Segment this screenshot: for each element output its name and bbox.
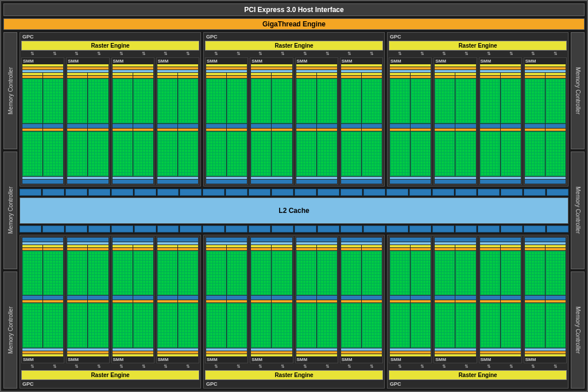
cuda-cores [43,79,63,123]
cuda-cores [341,79,361,123]
gpc-cluster: GPCRaster Engine⇅⇅⇅⇅⇅⇅⇅⇅SMMSMMSMMSMM [203,32,385,187]
smm-label: SMM [525,357,566,362]
cuda-cores [133,79,153,123]
cuda-cores [411,251,431,296]
raster-engine: Raster Engine [389,370,567,380]
l2-strip [20,189,568,196]
smm-block: SMM [479,236,522,364]
l2-segment [318,189,339,196]
smm-row: SMMSMMSMMSMM [21,57,199,185]
cuda-cores [227,131,247,176]
raster-engine: Raster Engine [205,370,383,380]
cuda-cores [67,251,87,296]
smm-block: SMM [250,57,293,185]
arrow-strip: ⇅⇅⇅⇅⇅⇅⇅⇅ [205,52,383,56]
cuda-cores [22,131,42,176]
raster-engine: Raster Engine [21,370,199,380]
cuda-cores [43,251,63,296]
smm-label: SMM [22,357,63,362]
cuda-cores [362,251,382,296]
l2-segment [409,226,431,232]
smm-block: SMM [340,57,383,185]
smm-label: SMM [113,357,153,362]
smm-row: SMMSMMSMMSMM [205,57,383,185]
smm-label: SMM [435,59,475,64]
smm-label: SMM [157,59,198,64]
gpc-label: GPC [205,34,383,40]
l2-segment [20,226,41,232]
arrow-strip: ⇅⇅⇅⇅⇅⇅⇅⇅ [389,364,567,369]
l2-segment [478,189,500,196]
cuda-cores [317,131,337,176]
cuda-cores [178,79,198,123]
smm-block: SMM [295,57,338,185]
cuda-cores [480,79,500,123]
cuda-cores [362,303,382,348]
cuda-cores [362,131,382,176]
cuda-cores [22,251,42,296]
cuda-cores [525,79,545,123]
smm-label: SMM [67,357,108,362]
l2-segment [386,189,408,196]
smm-block: SMM [250,236,293,364]
l2-segment [157,226,179,232]
l2-segment [42,226,64,232]
smm-label: SMM [341,59,382,64]
cuda-cores [296,251,316,296]
cuda-cores [480,131,500,176]
cuda-cores [455,251,475,296]
l2-segment [111,226,133,232]
gpc-row-top: GPCRaster Engine⇅⇅⇅⇅⇅⇅⇅⇅SMMSMMSMMSMMGPCR… [20,32,568,187]
cuda-cores [251,251,271,296]
cuda-cores [390,79,410,123]
smm-label: SMM [525,59,566,64]
l2-segment [226,189,247,196]
cuda-cores [362,79,382,123]
cuda-cores [455,79,475,123]
smm-block: SMM [340,236,383,364]
cuda-cores [206,251,226,296]
l2-segment [363,189,385,196]
smm-label: SMM [206,59,247,64]
l2-segment [547,189,568,196]
l2-segment [249,189,270,196]
l2-segment [20,189,41,196]
smm-block: SMM [205,57,248,185]
smm-block: SMM [156,236,199,364]
cuda-cores [501,251,521,296]
l2-cache: L2 Cache [20,197,568,224]
cuda-cores [296,79,316,123]
cuda-cores [251,303,271,348]
cuda-cores [272,79,292,123]
smm-block: SMM [66,236,109,364]
memory-controller: Memory Controller [3,32,17,149]
gpc-row-bottom: GPCRaster Engine⇅⇅⇅⇅⇅⇅⇅⇅SMMSMMSMMSMMGPCR… [20,235,568,389]
cuda-cores [178,303,198,348]
cuda-cores [251,131,271,176]
gpu-chip-diagram: PCI Express 3.0 Host Interface GigaThrea… [0,0,588,392]
cuda-cores [227,251,247,296]
l2-segment [341,226,362,232]
pci-host-interface: PCI Express 3.0 Host Interface [3,3,585,16]
gpc-cluster: GPCRaster Engine⇅⇅⇅⇅⇅⇅⇅⇅SMMSMMSMMSMM [387,235,568,389]
smm-label: SMM [435,357,475,362]
cuda-cores [157,303,177,348]
main-layout: Memory Controller Memory Controller Memo… [3,32,585,389]
cuda-cores [133,131,153,176]
cuda-cores [546,79,566,123]
cuda-cores [113,251,133,296]
cuda-cores [113,131,133,176]
cuda-cores [501,131,521,176]
cuda-cores [546,131,566,176]
cuda-cores [435,131,455,176]
cuda-cores [113,303,133,348]
cuda-cores [272,131,292,176]
smm-block: SMM [21,57,64,185]
smm-block: SMM [434,236,477,364]
l2-segment [42,189,64,196]
cuda-cores [43,303,63,348]
smm-label: SMM [251,357,292,362]
cuda-cores [317,251,337,296]
smm-row: SMMSMMSMMSMM [205,236,383,364]
l2-segment [341,189,362,196]
